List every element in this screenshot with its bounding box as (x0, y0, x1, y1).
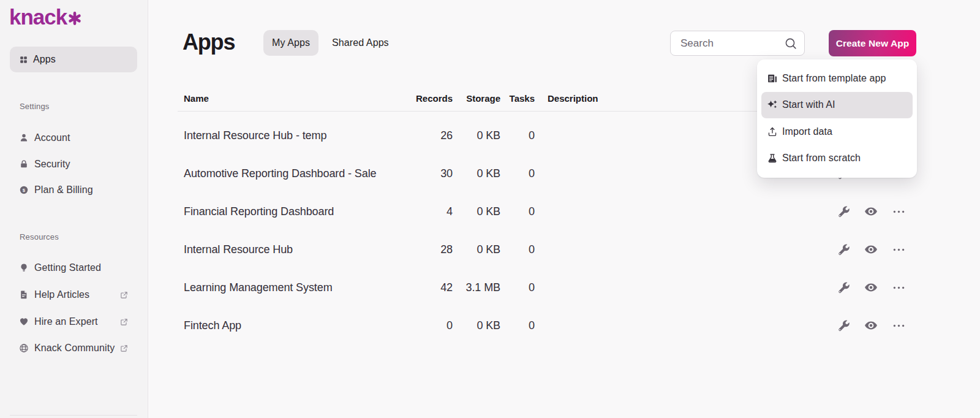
external-link-icon (120, 291, 128, 299)
view-app-button[interactable] (863, 203, 879, 219)
table-row: Fintech App 0 0 KB 0 (178, 306, 916, 344)
row-actions (835, 268, 907, 306)
builder-button[interactable] (835, 241, 851, 257)
storage-value: 0 KB (477, 116, 500, 154)
sidebar-item-getting-started[interactable]: Getting Started (10, 255, 137, 281)
ellipsis-icon (892, 281, 906, 295)
menu-item-label: Start from template app (782, 73, 886, 84)
sidebar-section-settings: Settings (20, 102, 50, 111)
column-header-records: Records (416, 85, 453, 112)
sidebar-item-apps[interactable]: Apps (10, 47, 137, 72)
app-name-link[interactable]: Fintech App (184, 306, 241, 344)
tasks-value: 0 (529, 192, 535, 230)
wrench-icon (837, 281, 851, 295)
records-value: 0 (447, 306, 453, 344)
search-input[interactable] (671, 31, 804, 55)
view-app-button[interactable] (863, 241, 879, 257)
sidebar-item-hire-an-expert[interactable]: Hire an Expert (10, 309, 137, 335)
wrench-icon (837, 243, 851, 257)
table-row: Financial Reporting Dashboard 4 0 KB 0 (178, 192, 916, 230)
builder-button[interactable] (835, 317, 851, 333)
sidebar: knack Apps Settings Account Security (0, 0, 148, 418)
sidebar-item-label: Apps (33, 54, 56, 65)
knack-logo-text: knack (9, 5, 67, 29)
search-box (670, 31, 805, 56)
row-actions (835, 230, 907, 268)
sidebar-item-account[interactable]: Account (10, 125, 137, 151)
row-actions (835, 306, 907, 344)
more-options-button[interactable] (891, 279, 907, 295)
app-name-link[interactable]: Financial Reporting Dashboard (184, 192, 334, 230)
storage-value: 0 KB (477, 230, 500, 268)
records-value: 28 (440, 230, 453, 268)
menu-item-start-with-ai[interactable]: Start with AI (761, 92, 913, 119)
knack-logo[interactable]: knack (9, 5, 81, 29)
more-options-button[interactable] (891, 203, 907, 219)
tasks-value: 0 (529, 230, 535, 268)
more-options-button[interactable] (891, 241, 907, 257)
view-app-button[interactable] (863, 279, 879, 295)
document-icon (19, 290, 29, 300)
ellipsis-icon (892, 205, 906, 219)
eye-icon (864, 204, 878, 219)
sidebar-divider (10, 415, 137, 416)
table-row: Learning Management System 42 3.1 MB 0 (178, 268, 916, 306)
menu-item-start-from-template-app[interactable]: Start from template app (761, 65, 913, 92)
column-header-name: Name (184, 85, 209, 112)
tab-shared-apps[interactable]: Shared Apps (318, 30, 402, 56)
records-value: 4 (447, 192, 453, 230)
records-value: 30 (440, 154, 453, 192)
ellipsis-icon (892, 319, 906, 333)
grid-icon (19, 55, 28, 64)
row-actions (835, 192, 907, 230)
sidebar-item-label: Account (34, 132, 70, 143)
tasks-value: 0 (529, 268, 535, 306)
builder-button[interactable] (835, 203, 851, 219)
upload-icon (767, 126, 778, 137)
lock-icon (19, 159, 29, 169)
lightbulb-icon (19, 263, 29, 273)
app-name-link[interactable]: Internal Resource Hub (184, 230, 293, 268)
app-name-link[interactable]: Learning Management System (184, 268, 333, 306)
tab-my-apps[interactable]: My Apps (263, 30, 318, 56)
menu-item-import-data[interactable]: Import data (761, 118, 913, 145)
create-new-app-button[interactable]: Create New App (829, 30, 916, 56)
view-app-button[interactable] (863, 317, 879, 333)
eye-icon (864, 242, 878, 257)
user-icon (19, 133, 29, 143)
menu-item-start-from-scratch[interactable]: Start from scratch (761, 145, 913, 172)
storage-value: 0 KB (477, 306, 500, 344)
column-header-tasks: Tasks (510, 85, 535, 112)
more-options-button[interactable] (891, 317, 907, 333)
sidebar-item-knack-community[interactable]: Knack Community (10, 335, 137, 361)
sidebar-item-help-articles[interactable]: Help Articles (10, 282, 137, 308)
menu-item-label: Start from scratch (782, 153, 861, 164)
eye-icon (864, 280, 878, 295)
knack-logo-asterisk-icon (68, 12, 81, 25)
builder-button[interactable] (835, 279, 851, 295)
records-value: 42 (440, 268, 453, 306)
app-name-link[interactable]: Automotive Reporting Dashboard - Sale (184, 154, 376, 192)
eye-icon (864, 318, 878, 333)
page-title: Apps (183, 29, 235, 55)
external-link-icon (120, 318, 128, 326)
sidebar-item-label: Getting Started (34, 262, 101, 273)
sidebar-item-security[interactable]: Security (10, 151, 137, 177)
sidebar-section-resources: Resources (20, 232, 59, 241)
tasks-value: 0 (529, 154, 535, 192)
app-name-link[interactable]: Internal Resource Hub - temp (184, 116, 326, 154)
tasks-value: 0 (529, 306, 535, 344)
storage-value: 0 KB (477, 192, 500, 230)
column-header-storage: Storage (466, 85, 500, 112)
heart-icon (19, 317, 29, 327)
sidebar-item-label: Knack Community (34, 343, 115, 354)
table-row: Internal Resource Hub 28 0 KB 0 (178, 230, 916, 268)
menu-item-label: Start with AI (782, 99, 835, 110)
column-header-description: Description (548, 85, 598, 112)
wrench-icon (837, 319, 851, 333)
knack-app-dashboard: knack Apps Settings Account Security (0, 0, 980, 418)
tasks-value: 0 (529, 116, 535, 154)
sidebar-item-plan-billing[interactable]: Plan & Billing (10, 177, 137, 203)
sparkles-icon (767, 99, 778, 110)
wrench-icon (837, 205, 851, 219)
